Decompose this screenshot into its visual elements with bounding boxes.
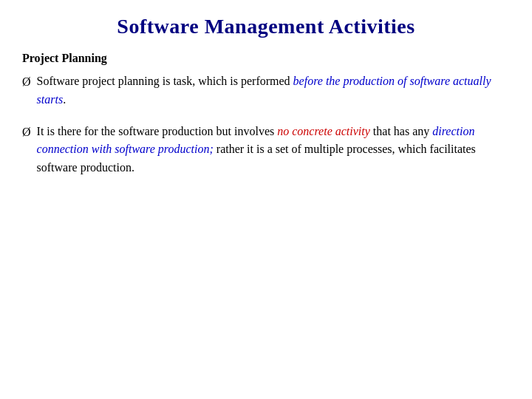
list-item: Ø Software project planning is task, whi… bbox=[22, 72, 510, 109]
bullet-text-2: It is there for the software production … bbox=[37, 123, 510, 177]
bullet2-prefix: It is there for the software production … bbox=[37, 125, 278, 137]
bullet-list: Ø Software project planning is task, whi… bbox=[22, 72, 510, 177]
bullet1-prefix: Software project planning is task, which… bbox=[37, 75, 293, 87]
section-heading: Project Planning bbox=[22, 52, 510, 65]
bullet-text-1: Software project planning is task, which… bbox=[37, 72, 510, 109]
bullet-arrow-2: Ø bbox=[22, 123, 31, 142]
bullet2-middle: that has any bbox=[370, 125, 432, 137]
bullet-arrow-1: Ø bbox=[22, 73, 31, 92]
bullet1-suffix: . bbox=[63, 93, 66, 106]
page: Software Management Activities Project P… bbox=[0, 0, 532, 399]
bullet2-highlight1: no concrete activity bbox=[277, 125, 370, 137]
page-title: Software Management Activities bbox=[22, 15, 510, 38]
list-item: Ø It is there for the software productio… bbox=[22, 123, 510, 177]
